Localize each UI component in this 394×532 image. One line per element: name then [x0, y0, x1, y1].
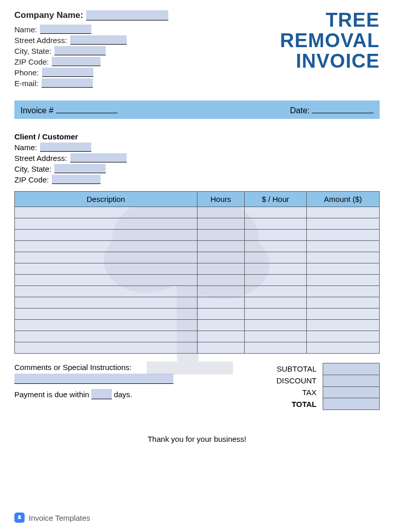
table-cell[interactable]: [197, 320, 244, 331]
table-cell[interactable]: [15, 331, 198, 342]
comments-input[interactable]: [14, 374, 173, 384]
table-cell[interactable]: [244, 320, 306, 331]
table-cell[interactable]: [244, 207, 306, 218]
table-cell[interactable]: [306, 286, 379, 297]
totals-value-cell[interactable]: [323, 363, 380, 375]
client-field-input[interactable]: [54, 164, 106, 173]
company-field-input[interactable]: [40, 25, 91, 34]
table-cell[interactable]: [306, 218, 379, 230]
table-cell[interactable]: [244, 252, 306, 263]
table-cell[interactable]: [306, 207, 379, 218]
table-cell[interactable]: [197, 252, 244, 263]
totals-label: TOTAL: [277, 398, 319, 410]
table-cell[interactable]: [15, 342, 198, 354]
totals-label: SUBTOTAL: [277, 363, 319, 375]
client-field-input[interactable]: [70, 153, 127, 162]
table-cell[interactable]: [306, 342, 379, 354]
table-cell[interactable]: [306, 263, 379, 275]
table-row: [15, 286, 380, 297]
table-cell[interactable]: [244, 309, 306, 320]
table-row: [15, 263, 380, 275]
table-cell[interactable]: [197, 230, 244, 241]
totals-value-cell[interactable]: [323, 386, 380, 398]
table-cell[interactable]: [197, 207, 244, 218]
table-row: [15, 230, 380, 241]
client-field-label: ZIP Code:: [14, 175, 49, 184]
payment-days-input[interactable]: [91, 389, 112, 399]
company-field-label: City, State:: [14, 47, 51, 55]
table-cell[interactable]: [306, 309, 379, 320]
table-row: [15, 342, 380, 354]
table-cell[interactable]: [15, 263, 198, 275]
table-cell[interactable]: [15, 241, 198, 252]
table-header-cell: Description: [15, 192, 198, 207]
footer-logo-icon: [14, 513, 25, 523]
footer-text: Invoice Templates: [29, 514, 90, 522]
table-cell[interactable]: [244, 218, 306, 230]
table-cell[interactable]: [306, 230, 379, 241]
invoice-date-label: Date:: [290, 106, 309, 115]
company-field-input[interactable]: [70, 35, 127, 45]
table-cell[interactable]: [244, 230, 306, 241]
company-field-label: E-mail:: [14, 79, 38, 88]
table-cell[interactable]: [15, 207, 198, 218]
client-field-input[interactable]: [52, 175, 101, 184]
table-cell[interactable]: [197, 241, 244, 252]
client-field-label: Street Address:: [14, 154, 67, 162]
table-cell[interactable]: [197, 275, 244, 286]
table-cell[interactable]: [306, 241, 379, 252]
table-cell[interactable]: [244, 331, 306, 342]
company-field-label: Street Address:: [14, 36, 67, 45]
totals-value-cell[interactable]: [323, 375, 380, 386]
table-cell[interactable]: [15, 309, 198, 320]
table-cell[interactable]: [306, 252, 379, 263]
company-info-block: Company Name: Name:Street Address:City, …: [14, 10, 168, 89]
totals-value-cell[interactable]: [323, 398, 380, 410]
table-header-cell: Hours: [197, 192, 244, 207]
table-cell[interactable]: [15, 230, 198, 241]
company-name-label: Company Name:: [14, 10, 83, 21]
table-cell[interactable]: [15, 218, 198, 230]
table-cell[interactable]: [244, 286, 306, 297]
invoice-number-input[interactable]: [56, 104, 117, 113]
table-cell[interactable]: [197, 218, 244, 230]
table-cell[interactable]: [15, 320, 198, 331]
payment-terms-prefix: Payment is due within: [14, 390, 89, 399]
table-cell[interactable]: [306, 331, 379, 342]
table-cell[interactable]: [306, 320, 379, 331]
company-field-input[interactable]: [52, 57, 101, 66]
table-row: [15, 297, 380, 309]
footer-branding: Invoice Templates: [14, 513, 90, 523]
table-header-cell: $ / Hour: [244, 192, 306, 207]
table-cell[interactable]: [197, 331, 244, 342]
table-cell[interactable]: [15, 252, 198, 263]
table-cell[interactable]: [15, 275, 198, 286]
table-cell[interactable]: [244, 275, 306, 286]
company-name-input[interactable]: [86, 10, 168, 21]
table-cell[interactable]: [197, 309, 244, 320]
table-cell[interactable]: [15, 297, 198, 309]
company-field-input[interactable]: [54, 46, 106, 55]
table-cell[interactable]: [197, 342, 244, 354]
table-cell[interactable]: [244, 297, 306, 309]
invoice-number-bar: Invoice # Date:: [14, 100, 380, 119]
company-field-label: ZIP Code:: [14, 57, 49, 66]
table-cell[interactable]: [244, 342, 306, 354]
table-cell[interactable]: [244, 241, 306, 252]
comments-label: Comments or Special Instructions:: [14, 363, 199, 372]
table-cell[interactable]: [197, 263, 244, 275]
client-field-input[interactable]: [40, 142, 91, 152]
company-field-label: Name:: [14, 25, 37, 34]
table-row: [15, 309, 380, 320]
company-field-input[interactable]: [42, 78, 93, 88]
table-cell[interactable]: [15, 286, 198, 297]
table-cell[interactable]: [244, 263, 306, 275]
invoice-date-input[interactable]: [312, 104, 373, 113]
table-cell[interactable]: [197, 286, 244, 297]
table-cell[interactable]: [197, 297, 244, 309]
client-heading: Client / Customer: [14, 132, 380, 141]
table-cell[interactable]: [306, 297, 379, 309]
table-row: [15, 207, 380, 218]
company-field-input[interactable]: [42, 68, 93, 77]
table-cell[interactable]: [306, 275, 379, 286]
